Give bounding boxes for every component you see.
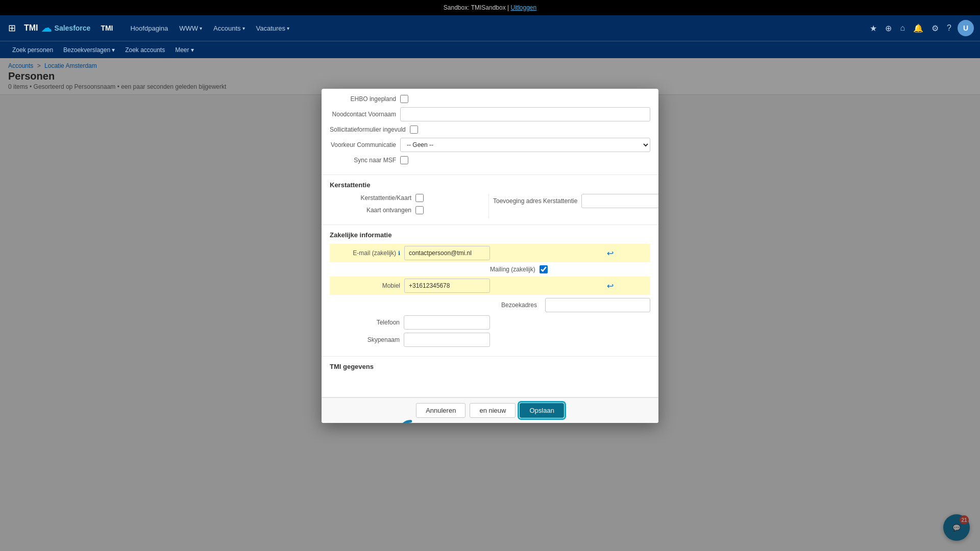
mailing-checkbox[interactable] (540, 265, 548, 273)
app-name: TMI (101, 24, 113, 32)
email-highlighted-row: E-mail (zakelijk) ℹ ↩ (330, 244, 650, 262)
nav2-zoek-personen[interactable]: Zoek personen (8, 44, 57, 56)
email-undo-icon[interactable]: ↩ (607, 248, 614, 258)
noodcontact-field: Noodcontact Voornaam (330, 107, 650, 121)
kerstkaart-field: Kerstattentie/Kaart (330, 194, 424, 202)
voorkeur-label: Voorkeur Communicatie (330, 141, 396, 148)
nav2-zoek-accounts[interactable]: Zoek accounts (121, 44, 169, 56)
nav-item-hoofdpagina[interactable]: Hoofdpagina (125, 21, 173, 35)
mailing-field: Mailing (zakelijk) (490, 265, 650, 273)
kerstattentie-section: Kerstattentie Kerstattentie/Kaart Kaart … (322, 175, 658, 225)
email-undo-area: ↩ (490, 248, 648, 258)
kerstkaart-label: Kerstattentie/Kaart (330, 194, 411, 202)
mobiel-highlighted-row: Mobiel ↩ (330, 277, 650, 295)
nav-item-vacatures[interactable]: Vacatures ▾ (251, 21, 295, 35)
nav-item-www[interactable]: WWW ▾ (174, 21, 207, 35)
ehbo-field: EHBO ingepland (330, 95, 408, 103)
main-content: Accounts > Locatie Amsterdam Personen 0 … (0, 58, 980, 551)
nav-items: Hoofdpagina WWW ▾ Accounts ▾ Vacatures ▾ (125, 21, 864, 35)
sync-row: Sync naar MSF (330, 156, 650, 164)
user-avatar[interactable]: U (958, 20, 974, 36)
sollicitatie-field: Sollicitatieformulier ingevuld (330, 126, 418, 134)
sollicitatie-label: Sollicitatieformulier ingevuld (330, 126, 406, 133)
nav-item-accounts[interactable]: Accounts ▾ (208, 21, 250, 35)
zakelijke-section: Zakelijke informatie E-mail (zakelijk) ℹ… (322, 225, 658, 357)
toevoeging-row: Toevoeging adres Kerstattentie (493, 194, 650, 208)
sollicitatie-checkbox[interactable] (410, 126, 418, 134)
toevoeging-input[interactable] (581, 194, 658, 208)
bezoekadres-field: Bezoekadres (490, 298, 650, 312)
mobiel-undo-icon[interactable]: ↩ (607, 281, 614, 291)
modal-body[interactable]: EHBO ingepland Noodcontact Voornaam Soll… (322, 89, 658, 397)
meer-chevron-icon: ▾ (191, 46, 194, 54)
www-chevron-icon: ▾ (200, 26, 202, 31)
tmi-title: TMI gegevens (330, 363, 650, 370)
kerstattentie-right: Toevoeging adres Kerstattentie (488, 194, 650, 218)
email-info-icon[interactable]: ℹ (398, 250, 400, 257)
modal-footer: Annuleren en nieuw Opslaan (322, 397, 658, 423)
tmi-section: TMI gegevens (322, 357, 658, 397)
mobiel-undo-area: ↩ (490, 281, 648, 291)
telefoon-left: Telefoon (330, 315, 490, 330)
mailing-row: Mailing (zakelijk) (330, 265, 650, 273)
skypenaam-input[interactable] (404, 333, 490, 347)
secondary-nav: Zoek personen Bezoekverslagen ▾ Zoek acc… (0, 41, 980, 58)
email-label: E-mail (zakelijk) ℹ (332, 249, 404, 257)
logout-link[interactable]: Uitloggen (510, 4, 536, 11)
nav2-bezoekverslagen[interactable]: Bezoekverslagen ▾ (59, 44, 119, 56)
telefoon-input[interactable] (404, 315, 490, 330)
top-bar: Sandbox: TMISandbox | Uitloggen (0, 0, 980, 15)
voorkeur-field: Voorkeur Communicatie -- Geen -- E-mail … (330, 138, 650, 152)
toevoeging-field: Toevoeging adres Kerstattentie (493, 194, 650, 208)
skypenaam-label: Skypenaam (330, 336, 404, 343)
mobiel-input[interactable] (404, 279, 490, 293)
ehbo-section: EHBO ingepland Noodcontact Voornaam Soll… (322, 89, 658, 175)
kerstattentie-title: Kerstattentie (330, 181, 650, 189)
skypenaam-row: Skypenaam (330, 333, 650, 347)
home-icon[interactable]: ⌂ (898, 21, 907, 35)
voorkeur-select[interactable]: -- Geen -- E-mail Telefoon Post (400, 138, 650, 152)
nav-more-icon[interactable]: ⊕ (883, 21, 894, 35)
sync-field: Sync naar MSF (330, 156, 408, 164)
bezoekadres-input[interactable] (545, 298, 650, 312)
kaartontvangen-row: Kaart ontvangen (330, 206, 484, 214)
zakelijke-title: Zakelijke informatie (330, 231, 650, 239)
noodcontact-row: Noodcontact Voornaam (330, 107, 650, 121)
salesforce-label: Salesforce (55, 24, 91, 32)
tmi-placeholder (330, 375, 650, 391)
noodcontact-label: Noodcontact Voornaam (330, 111, 396, 118)
nav2-meer[interactable]: Meer ▾ (171, 44, 198, 56)
ehbo-label: EHBO ingepland (330, 95, 396, 103)
cancel-button[interactable]: Annuleren (416, 403, 465, 418)
bezoekadres-label: Bezoekadres (490, 302, 541, 309)
voorkeur-row: Voorkeur Communicatie -- Geen -- E-mail … (330, 138, 650, 152)
cloud-icon: ☁ (41, 22, 52, 34)
kerstattentie-left: Kerstattentie/Kaart Kaart ontvangen (330, 194, 488, 218)
ehbo-checkbox[interactable] (400, 95, 408, 103)
help-icon[interactable]: ? (945, 21, 953, 35)
sandbox-text: Sandbox: TMISandbox | (444, 4, 509, 11)
grid-icon[interactable]: ⊞ (6, 20, 18, 36)
sync-checkbox[interactable] (400, 156, 408, 164)
ehbo-row: EHBO ingepland (330, 95, 650, 103)
skypenaam-left: Skypenaam (330, 333, 490, 347)
mailing-label: Mailing (zakelijk) (490, 266, 535, 273)
mobiel-left: Mobiel (332, 279, 490, 293)
noodcontact-input[interactable] (400, 107, 650, 121)
app-logo: TMI ☁ Salesforce (24, 22, 90, 34)
save-and-new-button[interactable]: en nieuw (470, 403, 516, 418)
kerstkaart-row: Kerstattentie/Kaart (330, 194, 484, 202)
star-icon[interactable]: ★ (868, 21, 879, 35)
vacatures-chevron-icon: ▾ (287, 26, 289, 31)
kerstkaart-checkbox[interactable] (415, 194, 424, 202)
accounts-chevron-icon: ▾ (242, 26, 245, 31)
modal-dialog: EHBO ingepland Noodcontact Voornaam Soll… (322, 89, 658, 423)
kaartontvangen-checkbox[interactable] (415, 206, 424, 214)
save-button[interactable]: Opslaan (520, 403, 564, 418)
gear-icon[interactable]: ⚙ (929, 21, 941, 35)
email-left: E-mail (zakelijk) ℹ (332, 246, 490, 260)
bell-icon[interactable]: 🔔 (911, 21, 925, 35)
sollicitatie-row: Sollicitatieformulier ingevuld (330, 126, 650, 134)
email-input[interactable] (404, 246, 490, 260)
kerstattentie-pane: Kerstattentie/Kaart Kaart ontvangen (330, 194, 650, 218)
